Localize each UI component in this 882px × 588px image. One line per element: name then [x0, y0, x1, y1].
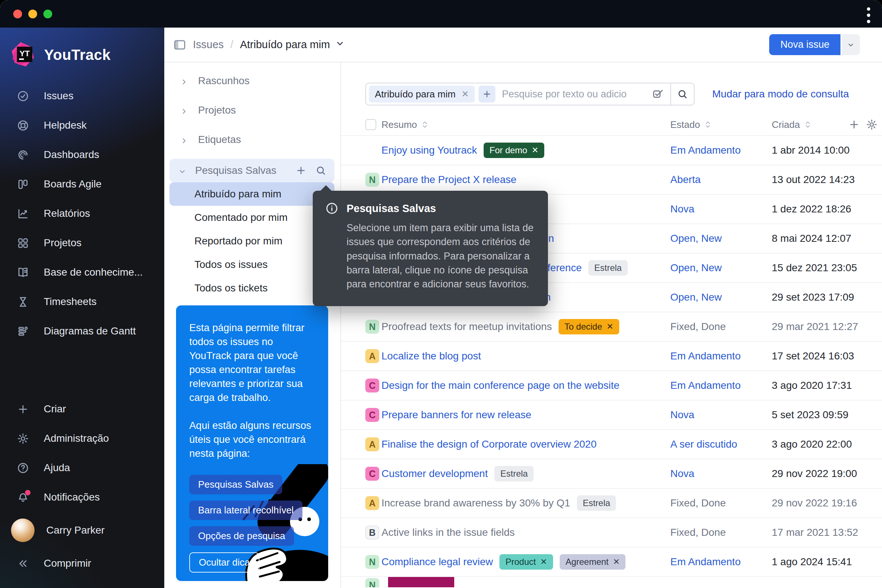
sidebar-item-timesheets[interactable]: Timesheets	[0, 287, 164, 316]
issue-state-link[interactable]: Open, New	[670, 291, 722, 303]
table-row[interactable]: CPrepare banners for new releaseNova5 se…	[341, 400, 882, 429]
issue-tag[interactable]: Estrela	[577, 495, 616, 511]
table-row[interactable]: CCustomer developmentEstrelaNova29 nov 2…	[341, 459, 882, 488]
issue-state-link[interactable]: Em Andamento	[670, 380, 741, 392]
issue-state-link[interactable]: Open, New	[670, 262, 722, 274]
new-issue-dropdown-button[interactable]	[842, 34, 860, 55]
issue-tag[interactable]: Estrela	[588, 260, 628, 276]
saved-search-item[interactable]: Reportado por mim	[170, 230, 334, 253]
sidebar-item-administracao[interactable]: Administração	[0, 424, 164, 453]
search-input[interactable]: Pesquise por texto ou adicio	[502, 88, 652, 100]
table-row[interactable]: NProofread texts for meetup invitationsT…	[341, 312, 882, 341]
explorer-group-rascunhos[interactable]: Rascunhos	[164, 66, 340, 96]
search-submit-icon[interactable]	[670, 83, 694, 105]
saved-search-item[interactable]: Comentado por mim	[170, 206, 334, 230]
breadcrumb-issues[interactable]: Issues	[193, 39, 224, 51]
window-menu-icon[interactable]	[867, 8, 870, 23]
add-saved-search-icon[interactable]	[296, 165, 306, 176]
close-button[interactable]	[13, 9, 22, 18]
table-row[interactable]: AIncrease brand awareness by 30% by Q1Es…	[341, 488, 882, 518]
sidebar-item-criar[interactable]: Criar	[0, 394, 164, 424]
add-filter-icon[interactable]	[478, 86, 495, 102]
add-column-icon[interactable]	[848, 119, 860, 130]
issue-state-link[interactable]: Nova	[670, 203, 694, 215]
issue-tag[interactable]: Estrela	[494, 466, 534, 482]
sort-icon[interactable]	[704, 120, 712, 129]
issue-state-link[interactable]: Fixed, Done	[670, 321, 726, 333]
promo-link-button[interactable]: Barra lateral recolhível	[189, 501, 303, 520]
issue-title-link[interactable]: Localize the blog post	[381, 350, 481, 362]
issue-tag[interactable]	[388, 576, 454, 587]
issue-title-link[interactable]: n	[548, 232, 554, 244]
promo-link-button[interactable]: Pesquisas Salvas	[189, 475, 282, 494]
explorer-group-projetos[interactable]: Projetos	[164, 96, 340, 125]
issue-title-link[interactable]: Active links in the issue fields	[381, 526, 515, 538]
search-saved-icon[interactable]	[315, 165, 326, 176]
sidebar-item-comprimir[interactable]: Comprimir	[0, 549, 164, 578]
table-row[interactable]: NPrepare the Project X releaseAberta13 o…	[341, 165, 882, 194]
issue-title-link[interactable]: Proofread texts for meetup invitations	[381, 321, 552, 333]
sidebar-item-boards-agile[interactable]: Boards Agile	[0, 170, 164, 199]
issue-tag[interactable]: For demo✕	[484, 142, 544, 158]
table-row[interactable]: AFinalise the design of Corporate overvi…	[341, 429, 882, 459]
issue-state-link[interactable]: Em Andamento	[670, 350, 741, 362]
issue-title-link[interactable]: Prepare banners for new release	[381, 409, 531, 421]
issue-title-link[interactable]: Increase brand awareness by 30% by Q1	[381, 497, 570, 509]
issue-title-link[interactable]: Design for the main conference page on t…	[381, 380, 620, 392]
query-mode-link[interactable]: Mudar para modo de consulta	[712, 88, 849, 100]
select-all-checkbox[interactable]	[365, 119, 376, 130]
table-row[interactable]: ALocalize the blog postEm Andamento17 se…	[341, 341, 882, 370]
column-estado[interactable]: Estado	[670, 114, 712, 135]
hide-tip-button[interactable]: Ocultar dica	[189, 552, 260, 573]
toggle-sidebar-icon[interactable]	[173, 38, 186, 51]
minimize-button[interactable]	[28, 9, 37, 18]
sidebar-item-helpdesk[interactable]: Helpdesk	[0, 111, 164, 140]
table-row[interactable]: N	[341, 576, 882, 587]
table-row[interactable]: NCompliance legal reviewProduct✕Agreemen…	[341, 547, 882, 576]
issue-tag[interactable]: Product✕	[500, 554, 553, 570]
remove-tag-icon[interactable]: ✕	[540, 557, 547, 567]
table-row[interactable]: Enjoy using YoutrackFor demo✕Em Andament…	[341, 135, 882, 165]
app-logo[interactable]: YT YouTrack	[0, 28, 164, 68]
breadcrumb-current[interactable]: Atribuído para mim	[240, 39, 345, 51]
gear-icon[interactable]	[866, 119, 878, 130]
issue-title-fragment[interactable]: n	[548, 232, 554, 244]
sidebar-item-projetos[interactable]: Projetos	[0, 228, 164, 258]
issue-state-link[interactable]: Em Andamento	[670, 556, 741, 568]
sidebar-item-notificacoes[interactable]: Notificações	[0, 483, 164, 512]
sidebar-item-base-conhecimento[interactable]: Base de conhecime...	[0, 258, 164, 287]
promo-link-button[interactable]: Opções de pesquisa	[189, 526, 294, 546]
issue-tag[interactable]: To decide✕	[559, 319, 619, 334]
issue-state-link[interactable]: Open, New	[670, 232, 722, 244]
table-row[interactable]: BActive links in the issue fieldsFixed, …	[341, 518, 882, 547]
issue-state-link[interactable]: A ser discutido	[670, 438, 737, 450]
sort-icon[interactable]	[804, 120, 812, 129]
sidebar-item-relatorios[interactable]: Relatórios	[0, 199, 164, 228]
zoom-button[interactable]	[44, 9, 52, 18]
saved-search-item[interactable]: Todos os tickets	[170, 276, 334, 300]
issue-state-link[interactable]: Nova	[670, 409, 694, 421]
issue-title-link[interactable]: Prepare the Project X release	[381, 174, 516, 186]
saved-search-item[interactable]: Atribuído para mim	[170, 182, 334, 206]
issue-title-link[interactable]: Compliance legal review	[381, 556, 493, 568]
issue-title-link[interactable]: Enjoy using Youtrack	[381, 144, 477, 156]
issue-state-link[interactable]: Nova	[670, 468, 694, 480]
remove-tag-icon[interactable]: ✕	[532, 146, 538, 155]
search-box[interactable]: Atribuído para mim ✕ Pesquise por texto …	[365, 82, 694, 105]
sidebar-item-ajuda[interactable]: Ajuda	[0, 453, 164, 483]
sidebar-item-user[interactable]: Carry Parker	[0, 512, 164, 549]
issue-title-fragment[interactable]: nferenceEstrela	[542, 260, 628, 276]
new-issue-button[interactable]: Nova issue	[769, 34, 840, 55]
filter-check-icon[interactable]	[652, 88, 664, 100]
issue-state-link[interactable]: Fixed, Done	[670, 526, 726, 538]
sidebar-item-diagramas-gantt[interactable]: Diagramas de Gantt	[0, 316, 164, 346]
explorer-group-etiquetas[interactable]: Etiquetas	[164, 125, 340, 154]
column-resumo[interactable]: Resumo	[381, 114, 429, 135]
remove-tag-icon[interactable]: ✕	[607, 322, 614, 332]
sort-icon[interactable]	[421, 120, 429, 129]
sidebar-item-issues[interactable]: Issues	[0, 81, 164, 111]
saved-search-item[interactable]: Todos os issues	[170, 253, 334, 276]
column-criada[interactable]: Criada	[772, 114, 812, 135]
issue-title-link[interactable]: Finalise the design of Corporate overvie…	[381, 438, 597, 450]
issue-title-link[interactable]: Customer development	[381, 468, 488, 480]
